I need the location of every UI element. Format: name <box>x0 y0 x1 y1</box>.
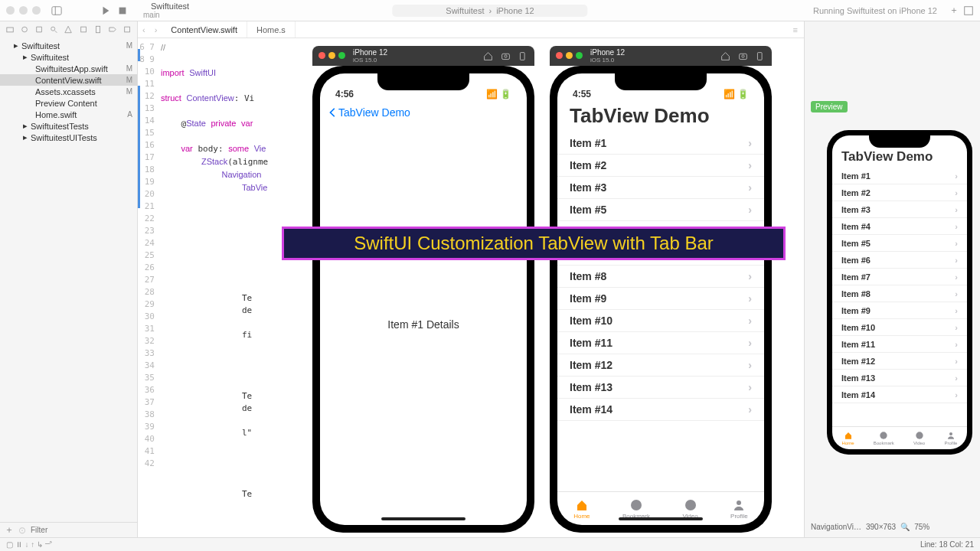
file-tree[interactable]: ▸ SwiftuitestM▸ SwiftuitestSwiftuitestAp… <box>0 37 137 522</box>
add-button[interactable]: ＋ <box>5 523 14 536</box>
list-item[interactable]: Item #5› <box>557 199 764 221</box>
list-item[interactable]: Item #12› <box>557 354 764 377</box>
list-item[interactable]: Item #14› <box>557 399 764 421</box>
tree-row[interactable]: ▸ SwiftuitestTests <box>0 120 137 132</box>
tab-contentview[interactable]: ContentView.swift <box>162 21 247 37</box>
list-item[interactable]: Item #8› <box>832 285 967 302</box>
tree-row[interactable]: ▸ SwiftuitestM <box>0 40 137 51</box>
list-item[interactable]: Item #13› <box>832 370 967 386</box>
list-item[interactable]: Item #13› <box>557 377 764 399</box>
rotate-icon[interactable] <box>756 51 766 61</box>
list-item[interactable]: Item #1› <box>557 132 764 155</box>
home-indicator[interactable] <box>381 517 466 520</box>
home-indicator[interactable] <box>619 517 703 520</box>
item-list[interactable]: Item #1›Item #2›Item #3›Item #4›Item #5›… <box>832 168 967 426</box>
svg-rect-16 <box>757 52 762 60</box>
list-item[interactable]: Item #6› <box>832 252 967 269</box>
clock: 4:55 <box>573 89 591 99</box>
build-status: Running Swiftuitest on iPhone 12 <box>813 6 937 15</box>
run-button[interactable] <box>100 5 111 16</box>
list-item[interactable]: Item #9› <box>832 302 967 319</box>
tree-row[interactable]: ContentView.swiftM <box>0 74 137 86</box>
issue-nav-icon[interactable] <box>64 25 72 34</box>
list-item[interactable]: Item #9› <box>557 288 764 310</box>
list-item[interactable]: Item #10› <box>557 310 764 332</box>
list-item[interactable]: Item #3› <box>832 201 967 218</box>
scheme-name[interactable]: Swiftuitest <box>151 2 189 11</box>
tab-profile[interactable]: Profile <box>944 431 957 445</box>
change-bar <box>138 86 140 208</box>
filter-input[interactable] <box>31 526 132 534</box>
tree-row[interactable]: ▸ SwiftuitestUITests <box>0 132 137 143</box>
folder-nav-icon[interactable] <box>6 25 14 34</box>
list-item[interactable]: Item #2› <box>557 155 764 177</box>
library-icon[interactable] <box>963 5 974 16</box>
nav-fwd-icon[interactable]: › <box>150 25 162 34</box>
svg-point-6 <box>51 27 55 31</box>
list-item[interactable]: Item #5› <box>832 235 967 252</box>
list-item[interactable]: Item #8› <box>557 266 764 288</box>
home-icon[interactable] <box>720 51 730 61</box>
tab-home[interactable]: Home <box>573 498 590 520</box>
status-bar: ▢ ⏸ ↓ ↑ ↳ ⤴ Line: 18 Col: 21 <box>0 537 980 551</box>
tree-row[interactable]: Preview Content <box>0 97 137 109</box>
sidebar-toggle-icon[interactable] <box>51 5 62 16</box>
stop-button[interactable] <box>117 5 128 16</box>
symbol-nav-icon[interactable] <box>35 25 43 34</box>
list-item[interactable]: Item #14› <box>832 386 967 403</box>
rotate-icon[interactable] <box>518 51 528 61</box>
navigator-sidebar: ▸ SwiftuitestM▸ SwiftuitestSwiftuitestAp… <box>0 21 138 537</box>
list-item[interactable]: Item #1› <box>832 168 967 184</box>
screenshot-icon[interactable] <box>738 51 748 61</box>
home-icon[interactable] <box>483 51 493 61</box>
tab-video[interactable]: Video <box>913 431 925 445</box>
zoom-icon[interactable]: 🔍 <box>900 523 910 531</box>
list-item[interactable]: Item #10› <box>832 319 967 336</box>
list-item[interactable]: Item #7› <box>832 269 967 285</box>
tab-profile[interactable]: Profile <box>730 498 748 520</box>
tree-row[interactable]: Home.swiftA <box>0 109 137 120</box>
debug-nav-icon[interactable] <box>94 25 102 34</box>
tree-row[interactable]: ▸ Swiftuitest <box>0 51 137 63</box>
overlay-banner: SwiftUI Customization TabView with Tab B… <box>282 227 786 260</box>
preview-zoom[interactable]: 75% <box>914 523 929 531</box>
test-nav-icon[interactable] <box>80 25 87 34</box>
svg-point-20 <box>880 432 887 439</box>
canvas-preview: TabView Demo Item #1›Item #2›Item #3›Ite… <box>827 130 972 455</box>
tab-bookmark[interactable]: Bookmark <box>622 498 650 520</box>
editor-options-icon[interactable]: ≡ <box>787 25 804 34</box>
tab-bar[interactable]: HomeBookmarkVideoProfile <box>832 426 967 449</box>
list-item[interactable]: Item #3› <box>557 177 764 199</box>
list-item[interactable]: Item #4› <box>832 218 967 235</box>
tab-bookmark[interactable]: Bookmark <box>874 431 894 445</box>
list-item[interactable]: Item #12› <box>832 353 967 370</box>
screenshot-icon[interactable] <box>501 51 511 61</box>
list-item[interactable]: Item #2› <box>832 184 967 201</box>
branch-name: main <box>143 11 189 19</box>
tab-home[interactable]: Home <box>842 431 854 445</box>
tab-home[interactable]: Home.s <box>247 21 296 37</box>
navigator-tabs[interactable] <box>0 21 137 37</box>
find-nav-icon[interactable] <box>50 25 57 34</box>
scm-nav-icon[interactable] <box>21 25 28 34</box>
list-item[interactable]: Item #11› <box>557 332 764 354</box>
sim-titlebar: iPhone 12iOS 15.0 <box>550 46 772 66</box>
nav-back-button[interactable]: TabView Demo <box>320 101 527 124</box>
tab-video[interactable]: Video <box>682 498 697 520</box>
svg-point-17 <box>631 500 642 510</box>
tree-row[interactable]: SwiftuitestApp.swiftM <box>0 63 137 74</box>
list-item[interactable]: Item #11› <box>832 336 967 353</box>
item-list[interactable]: Item #1›Item #2›Item #3›Item #5›Item #6›… <box>557 132 764 491</box>
window-controls[interactable] <box>6 6 41 15</box>
svg-point-19 <box>737 500 741 505</box>
preview-dims: 390×763 <box>866 523 896 531</box>
debug-controls[interactable]: ▢ ⏸ ↓ ↑ ↳ ⤴ <box>6 540 53 549</box>
svg-point-15 <box>742 54 744 57</box>
break-nav-icon[interactable] <box>109 25 116 34</box>
status-icons: 📶 🔋 <box>724 89 749 99</box>
tree-row[interactable]: Assets.xcassetsM <box>0 86 137 97</box>
svg-line-7 <box>55 31 57 33</box>
add-tab-button[interactable]: ＋ <box>949 4 959 17</box>
report-nav-icon[interactable] <box>123 25 131 34</box>
nav-back-icon[interactable]: ‹ <box>138 25 150 34</box>
